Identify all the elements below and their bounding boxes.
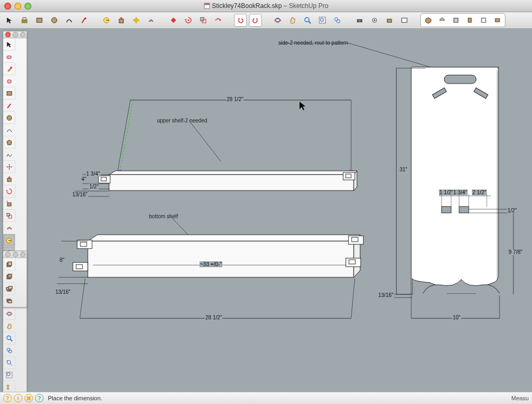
view-back-button[interactable] bbox=[478, 15, 489, 26]
view-right-button[interactable] bbox=[464, 15, 475, 26]
svg-rect-23 bbox=[387, 19, 392, 22]
scale-tool[interactable] bbox=[197, 14, 210, 27]
palette-header[interactable] bbox=[3, 31, 27, 38]
redo-button[interactable] bbox=[249, 14, 262, 27]
paint-tool[interactable] bbox=[18, 14, 31, 27]
upper-shelf-group bbox=[74, 100, 357, 196]
layers-palette[interactable] bbox=[3, 251, 27, 308]
palette-grid: 3' ABC A bbox=[3, 38, 27, 404]
dim-1316c: 13/16" bbox=[378, 292, 394, 298]
svg-rect-7 bbox=[106, 20, 109, 21]
pushpull-tool-btn[interactable] bbox=[3, 173, 15, 185]
layers-palette-header[interactable] bbox=[3, 251, 27, 258]
help-tips-icon[interactable]: ? bbox=[3, 394, 12, 402]
zoom-tool-btn[interactable] bbox=[3, 332, 15, 344]
pan-tool-btn[interactable] bbox=[3, 320, 15, 332]
position-camera-tool[interactable] bbox=[383, 14, 396, 27]
svg-rect-98 bbox=[9, 240, 12, 241]
rotate-tool-btn[interactable] bbox=[3, 185, 15, 197]
svg-line-61 bbox=[80, 278, 85, 318]
prev-view-tool-btn[interactable] bbox=[3, 357, 15, 369]
polygon-tool-btn[interactable] bbox=[3, 136, 15, 149]
dim-31: 31" bbox=[399, 167, 408, 172]
look-around-tool[interactable] bbox=[398, 14, 411, 27]
outliner-tool-btn[interactable] bbox=[3, 283, 15, 295]
undo-button[interactable] bbox=[234, 14, 247, 27]
tool-palette[interactable]: 3' ABC A bbox=[3, 31, 27, 404]
dim-28b: 28 1/2" bbox=[205, 315, 222, 320]
arc-tool[interactable] bbox=[63, 14, 76, 27]
select-tool-btn[interactable] bbox=[3, 38, 15, 51]
svg-point-14 bbox=[305, 18, 309, 22]
dim-s212: 2 1/2" bbox=[472, 189, 487, 195]
move-tool-btn[interactable] bbox=[3, 161, 15, 173]
dim-12b: 1/2" bbox=[507, 208, 517, 213]
view-front-button[interactable] bbox=[451, 15, 461, 26]
eraser2-tool-btn[interactable] bbox=[3, 75, 15, 87]
svg-point-18 bbox=[337, 20, 340, 23]
pan-tool[interactable] bbox=[286, 14, 299, 27]
layers-tool-btn[interactable] bbox=[3, 295, 15, 307]
zoom-extents-tool-btn[interactable] bbox=[3, 344, 15, 357]
zoom-tool[interactable] bbox=[301, 14, 314, 27]
svg-rect-49 bbox=[77, 240, 92, 249]
offset-tool-btn[interactable] bbox=[3, 222, 15, 234]
view-top-button[interactable] bbox=[437, 15, 447, 26]
help-info-icon[interactable]: i bbox=[14, 394, 22, 402]
help-key-icon[interactable]: ⌘ bbox=[24, 394, 33, 402]
rectangle-tool-btn[interactable] bbox=[3, 87, 15, 100]
circle-tool[interactable] bbox=[48, 14, 61, 27]
circle-tool-btn[interactable] bbox=[3, 112, 15, 124]
move-tool[interactable] bbox=[130, 14, 143, 27]
zoom-extents-tool[interactable] bbox=[331, 14, 344, 27]
line-tool-btn[interactable] bbox=[3, 100, 15, 112]
camera-tool[interactable] bbox=[353, 14, 366, 27]
followme-tool-btn[interactable] bbox=[3, 197, 15, 210]
svg-rect-2 bbox=[22, 20, 27, 23]
svg-point-109 bbox=[7, 336, 11, 340]
followme-tool[interactable] bbox=[212, 14, 225, 27]
dim-8: 8" bbox=[59, 257, 65, 263]
paint-tool-btn[interactable] bbox=[3, 63, 15, 75]
svg-line-62 bbox=[351, 278, 355, 318]
svg-rect-125 bbox=[8, 274, 12, 278]
measurements-label: Measu bbox=[511, 395, 529, 401]
line-tool[interactable] bbox=[78, 14, 90, 27]
offset-tool[interactable] bbox=[145, 14, 157, 27]
dim-28a: 28 1/2" bbox=[226, 96, 244, 102]
arc-tool-btn[interactable] bbox=[3, 124, 15, 136]
dim-1316a: 13/16" bbox=[72, 192, 88, 197]
main-toolbar bbox=[0, 12, 532, 29]
tape-tool-btn[interactable] bbox=[3, 234, 15, 246]
scale-tool-btn[interactable] bbox=[3, 210, 15, 222]
view-iso-button[interactable] bbox=[423, 15, 434, 26]
dim-33: ~33 +/0-" bbox=[200, 261, 222, 267]
component-tool-btn[interactable] bbox=[3, 258, 15, 270]
zoom-window-tool[interactable] bbox=[316, 14, 329, 27]
rotate-tool[interactable] bbox=[182, 14, 195, 27]
vertex-tool[interactable] bbox=[167, 14, 180, 27]
group-tool-btn[interactable] bbox=[3, 270, 15, 283]
next-view-tool-btn[interactable] bbox=[3, 369, 15, 381]
pushpull-tool[interactable] bbox=[115, 14, 128, 27]
svg-point-9 bbox=[188, 20, 189, 21]
orbit-tool[interactable] bbox=[271, 14, 284, 27]
bottom-shelf-label: bottom shelf bbox=[149, 213, 178, 219]
eraser-tool-btn[interactable] bbox=[3, 51, 15, 63]
dim-s134: 1 3/4" bbox=[453, 189, 468, 195]
previous-camera-tool[interactable] bbox=[368, 14, 381, 27]
svg-rect-1 bbox=[204, 3, 210, 5]
freehand-tool-btn[interactable] bbox=[3, 149, 15, 161]
select-tool[interactable] bbox=[3, 14, 16, 27]
tape-tool[interactable] bbox=[100, 14, 113, 27]
svg-rect-51 bbox=[73, 262, 88, 271]
help-question-icon[interactable]: ? bbox=[35, 394, 44, 402]
orbit-tool-btn[interactable] bbox=[3, 308, 15, 320]
workarea: upper shelf-2 needed bottom shelf side-2… bbox=[0, 28, 532, 392]
upper-shelf-label: upper shelf-2 needed bbox=[157, 118, 207, 123]
svg-point-115 bbox=[7, 385, 9, 387]
rectangle-tool[interactable] bbox=[33, 14, 46, 27]
view-left-button[interactable] bbox=[492, 15, 503, 26]
model-viewport[interactable]: upper shelf-2 needed bottom shelf side-2… bbox=[0, 28, 532, 392]
svg-rect-130 bbox=[8, 300, 12, 303]
